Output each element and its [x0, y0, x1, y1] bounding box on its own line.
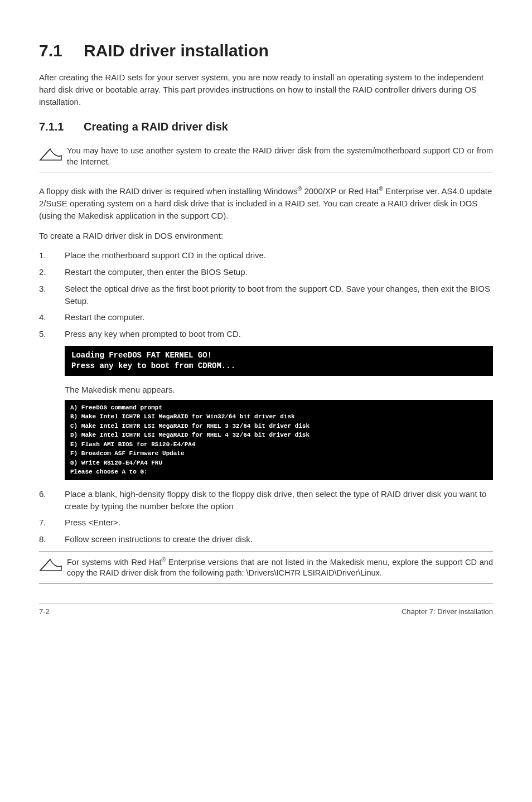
step-item: Press any key when prompted to boot from…: [39, 328, 493, 340]
step-item: Restart the computer.: [39, 311, 493, 323]
note-block-1: You may have to use another system to cr…: [39, 141, 493, 172]
terminal-output-2: A) FreeDOS command prompt B) Make Intel …: [65, 400, 493, 480]
note-icon: [39, 146, 67, 167]
body-paragraph-1: A floppy disk with the RAID driver is re…: [39, 185, 493, 221]
steps-list-2: Place a blank, high-density floppy disk …: [39, 488, 493, 545]
step-item: Follow screen instructions to create the…: [39, 533, 493, 545]
registered-mark: ®: [162, 557, 166, 563]
step-item: Press <Enter>.: [39, 516, 493, 529]
steps-list-1: Place the motherboard support CD in the …: [39, 249, 493, 340]
chapter-label: Chapter 7: Driver installation: [402, 607, 493, 617]
subsection-title: Creating a RAID driver disk: [84, 120, 228, 133]
page-number: 7-2: [39, 607, 50, 617]
step-item: Select the optical drive as the first bo…: [39, 283, 493, 307]
intro-paragraph: After creating the RAID sets for your se…: [39, 71, 493, 108]
makedisk-caption: The Makedisk menu appears.: [65, 384, 493, 395]
note-text-1: You may have to use another system to cr…: [67, 146, 493, 167]
step-item: Place the motherboard support CD in the …: [39, 249, 493, 262]
note-icon: [39, 556, 67, 577]
step-item: Place a blank, high-density floppy disk …: [39, 488, 493, 513]
terminal-output-1: Loading FreeDOS FAT KERNEL GO! Press any…: [65, 346, 493, 376]
step-item: Restart the computer, then enter the BIO…: [39, 266, 493, 278]
note-block-2: For systems with Red Hat® Enterprise ver…: [39, 551, 493, 584]
section-heading: 7.1RAID driver installation: [39, 39, 493, 62]
subsection-number: 7.1.1: [39, 119, 84, 134]
subsection-heading: 7.1.1Creating a RAID driver disk: [39, 119, 493, 134]
section-number: 7.1: [39, 39, 84, 62]
body-paragraph-2: To create a RAID driver disk in DOS envi…: [39, 230, 493, 242]
note-text-2: For systems with Red Hat® Enterprise ver…: [67, 556, 493, 579]
page-footer: 7-2 Chapter 7: Driver installation: [39, 603, 493, 617]
section-title: RAID driver installation: [84, 41, 269, 60]
